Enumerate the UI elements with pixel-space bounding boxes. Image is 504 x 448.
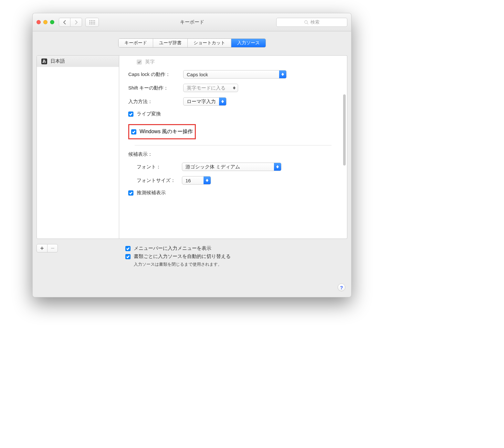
help-button[interactable]: ? (338, 283, 345, 291)
tab-keyboard[interactable]: キーボード (119, 39, 153, 47)
shift-select[interactable]: 英字モードに入る (183, 84, 238, 92)
sidebar-item-japanese[interactable]: あ 日本語 (37, 56, 119, 67)
tabbar: キーボード ユーザ辞書 ショートカット 入力ソース (33, 31, 351, 53)
input-source-list[interactable]: あ 日本語 (37, 55, 119, 239)
input-method-row: 入力方法： ローマ字入力 (128, 97, 338, 106)
back-button[interactable] (59, 18, 70, 27)
svg-point-9 (91, 23, 92, 24)
windows-keys-label: Windows 風のキー操作 (140, 128, 193, 135)
svg-point-0 (89, 20, 90, 21)
remove-button[interactable] (47, 244, 58, 252)
svg-point-8 (89, 23, 90, 24)
svg-point-4 (89, 22, 90, 23)
svg-marker-19 (221, 101, 224, 103)
settings-content: 英字 Caps lock の動作： Caps lock Shift キーの動作 (119, 55, 347, 239)
live-conversion-label: ライブ変換 (137, 111, 161, 117)
autoswitch-label: 書類ごとに入力ソースを自動的に切り替える (134, 253, 231, 260)
input-method-label: 入力方法： (128, 99, 183, 105)
svg-point-11 (94, 23, 95, 24)
show-all-button[interactable] (85, 18, 99, 27)
highlight-box: Windows 風のキー操作 (128, 124, 196, 139)
autoswitch-hint: 入力ソースは書類を閉じるまで使用されます。 (134, 261, 231, 267)
search-field[interactable]: 検索 (276, 18, 347, 27)
eiji-row[interactable]: 英字 (137, 59, 338, 65)
font-label: フォント： (137, 164, 182, 170)
menubar-label: メニューバーに入力メニューを表示 (134, 245, 211, 251)
tab-segment: キーボード ユーザ辞書 ショートカット 入力ソース (118, 38, 266, 48)
predictive-row[interactable]: 推測候補表示 (128, 190, 338, 196)
svg-point-1 (91, 20, 92, 21)
svg-point-6 (93, 22, 94, 23)
tab-shortcuts[interactable]: ショートカット (188, 39, 231, 47)
predictive-label: 推測候補表示 (137, 190, 166, 196)
font-row: フォント： 游ゴシック体 ミディアム (137, 163, 338, 171)
fontsize-select[interactable]: 16 (182, 176, 211, 185)
add-button[interactable] (37, 244, 47, 252)
main-panel: あ 日本語 英字 Caps lock の動作： Caps lock (37, 55, 347, 239)
menubar-checkbox[interactable] (125, 246, 131, 251)
autoswitch-row[interactable]: 書類ごとに入力ソースを自動的に切り替える (125, 253, 231, 260)
svg-marker-17 (233, 88, 236, 90)
svg-point-10 (93, 23, 94, 24)
tab-input-sources[interactable]: 入力ソース (231, 39, 266, 47)
shift-row: Shift キーの動作： 英字モードに入る (128, 84, 338, 92)
svg-marker-23 (206, 180, 208, 182)
svg-point-7 (94, 22, 95, 23)
maximize-button[interactable] (50, 20, 54, 24)
fontsize-value: 16 (185, 178, 191, 183)
preferences-window: キーボード 検索 キーボード ユーザ辞書 ショートカット 入力ソース あ 日本語 (32, 13, 352, 297)
autoswitch-checkbox[interactable] (125, 254, 131, 259)
live-conversion-row[interactable]: ライブ変換 (128, 111, 338, 117)
svg-point-5 (91, 22, 92, 23)
scrollbar[interactable] (343, 94, 346, 165)
shift-label: Shift キーの動作： (128, 85, 183, 91)
svg-point-3 (94, 20, 95, 21)
separator (135, 145, 331, 145)
windows-keys-checkbox[interactable] (131, 129, 136, 134)
fontsize-label: フォントサイズ： (137, 177, 182, 184)
eiji-label: 英字 (145, 59, 155, 65)
input-method-select[interactable]: ローマ字入力 (183, 97, 226, 106)
svg-marker-21 (276, 167, 279, 168)
bottom-options: メニューバーに入力メニューを表示 書類ごとに入力ソースを自動的に切り替える 入力… (125, 243, 231, 267)
stepper-icon (279, 70, 286, 78)
font-value: 游ゴシック体 ミディアム (185, 164, 240, 170)
svg-marker-15 (281, 74, 284, 76)
tab-user-dictionary[interactable]: ユーザ辞書 (153, 39, 188, 47)
input-method-value: ローマ字入力 (187, 99, 216, 105)
stepper-icon (274, 163, 281, 171)
add-remove-buttons (37, 244, 58, 252)
stepper-icon (231, 84, 238, 92)
capslock-select[interactable]: Caps lock (183, 70, 287, 79)
capslock-row: Caps lock の動作： Caps lock (128, 70, 338, 79)
candidate-header: 候補表示： (128, 151, 338, 157)
font-select[interactable]: 游ゴシック体 ミディアム (182, 163, 281, 171)
nav-buttons (59, 18, 82, 27)
japanese-icon: あ (41, 59, 47, 64)
eiji-checkbox (137, 59, 142, 65)
predictive-checkbox[interactable] (128, 190, 133, 196)
search-placeholder: 検索 (310, 19, 320, 25)
live-conversion-checkbox[interactable] (128, 112, 133, 117)
capslock-label: Caps lock の動作： (128, 71, 183, 78)
svg-point-2 (93, 20, 94, 21)
minimize-button[interactable] (43, 20, 47, 24)
forward-button[interactable] (70, 18, 82, 27)
titlebar: キーボード 検索 (33, 13, 351, 31)
window-controls (37, 20, 54, 24)
capslock-value: Caps lock (187, 72, 208, 77)
svg-point-12 (305, 20, 308, 23)
search-icon (304, 20, 309, 25)
menubar-row[interactable]: メニューバーに入力メニューを表示 (125, 245, 231, 251)
svg-line-13 (307, 23, 309, 24)
stepper-icon (219, 98, 226, 105)
sidebar-item-label: 日本語 (50, 58, 65, 64)
shift-value: 英字モードに入る (187, 85, 226, 91)
stepper-icon (204, 176, 211, 184)
fontsize-row: フォントサイズ： 16 (137, 176, 338, 185)
bottom-panel: メニューバーに入力メニューを表示 書類ごとに入力ソースを自動的に切り替える 入力… (37, 242, 347, 278)
close-button[interactable] (37, 20, 41, 24)
